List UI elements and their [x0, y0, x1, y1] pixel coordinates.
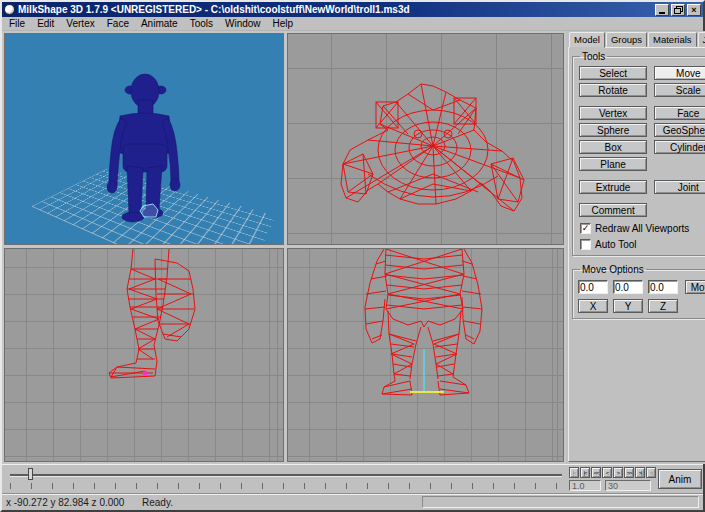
- tool-joint-button[interactable]: Joint: [654, 180, 705, 194]
- viewport-top-wireframe[interactable]: [287, 33, 564, 245]
- tab-materials[interactable]: Materials: [648, 32, 697, 47]
- auto-tool-row: Auto Tool: [580, 239, 705, 250]
- viewport-3d-perspective[interactable]: [4, 33, 284, 245]
- close-button[interactable]: ×: [687, 4, 701, 16]
- step-back-button[interactable]: <: [602, 467, 612, 478]
- main-area: Model Groups Materials Joints Tools Sele…: [2, 31, 703, 464]
- restore-icon: [674, 6, 682, 13]
- move-options-label: Move Options: [580, 264, 646, 275]
- tool-geosphere-button[interactable]: GeoSphere: [654, 123, 705, 137]
- tool-box-button[interactable]: Box: [579, 140, 647, 154]
- viewport-side-wireframe[interactable]: [4, 248, 284, 462]
- prev-keyframe-button[interactable]: |<: [580, 467, 590, 478]
- playback-controls: |< |< << < > >> >| >|: [569, 467, 656, 478]
- troll-model-shaded: [5, 34, 284, 245]
- menu-edit[interactable]: Edit: [31, 17, 60, 30]
- move-z-field[interactable]: [648, 280, 678, 294]
- tool-extrude-button[interactable]: Extrude: [579, 180, 647, 194]
- tab-joints[interactable]: Joints: [698, 32, 705, 47]
- tool-vertex-button[interactable]: Vertex: [579, 106, 647, 120]
- troll-head-wireframe: [288, 34, 564, 245]
- troll-body-wireframe: [288, 249, 564, 462]
- tool-cylinder-button[interactable]: Cylinder: [654, 140, 705, 154]
- axis-z-button[interactable]: Z: [648, 299, 678, 313]
- auto-tool-checkbox[interactable]: [580, 239, 591, 250]
- timeline-track[interactable]: [10, 474, 562, 476]
- minimize-icon: [659, 12, 665, 14]
- redraw-all-viewports-label: Redraw All Viewports: [595, 223, 689, 234]
- move-x-field[interactable]: [578, 280, 608, 294]
- window-title: MilkShape 3D 1.7.9 <UNREGISTERED> - C:\o…: [18, 4, 410, 15]
- cursor-coordinates: x -90.272 y 82.984 z 0.000: [6, 497, 124, 508]
- menu-tools[interactable]: Tools: [184, 17, 219, 30]
- fast-rewind-button[interactable]: <<: [591, 467, 601, 478]
- restore-button[interactable]: [671, 4, 685, 16]
- tool-face-button[interactable]: Face: [654, 106, 705, 120]
- tool-rotate-button[interactable]: Rotate: [579, 83, 647, 97]
- move-apply-button[interactable]: Move: [685, 280, 705, 294]
- model-tab-body: Tools Select Move Rotate Scale Vertex Fa…: [568, 47, 705, 462]
- tool-plane-button[interactable]: Plane: [579, 157, 647, 171]
- tools-groupbox-label: Tools: [580, 51, 607, 62]
- axis-y-button[interactable]: Y: [613, 299, 643, 313]
- go-last-frame-button[interactable]: >|: [646, 467, 656, 478]
- total-frames-field[interactable]: [605, 480, 651, 491]
- menu-help[interactable]: Help: [267, 17, 300, 30]
- menu-vertex[interactable]: Vertex: [60, 17, 100, 30]
- auto-tool-label: Auto Tool: [595, 239, 637, 250]
- status-right-panel: [422, 496, 699, 508]
- menu-animate[interactable]: Animate: [135, 17, 184, 30]
- viewport-grid: [2, 31, 566, 464]
- timeline-ticks: [10, 483, 562, 489]
- timeline-slider-handle[interactable]: [28, 468, 33, 480]
- tool-move-button[interactable]: Move: [654, 66, 705, 80]
- move-y-field[interactable]: [613, 280, 643, 294]
- redraw-all-viewports-checkbox[interactable]: ✓: [580, 223, 591, 234]
- status-bar: x -90.272 y 82.984 z 0.000 Ready.: [2, 493, 703, 510]
- current-frame-field[interactable]: [569, 480, 601, 491]
- minimize-button[interactable]: [655, 4, 669, 16]
- panel-tabs: Model Groups Materials Joints: [568, 32, 705, 47]
- tool-scale-button[interactable]: Scale: [654, 83, 705, 97]
- troll-legs-wireframe: [5, 249, 284, 462]
- close-icon: ×: [691, 5, 696, 15]
- tool-select-button[interactable]: Select: [579, 66, 647, 80]
- menu-face[interactable]: Face: [101, 17, 135, 30]
- frame-fields: [569, 480, 651, 491]
- side-panel: Model Groups Materials Joints Tools Sele…: [566, 31, 705, 464]
- fast-forward-button[interactable]: >>: [624, 467, 634, 478]
- status-message: Ready.: [142, 497, 173, 508]
- move-options-groupbox: Move Options Move X Y Z: [572, 264, 705, 319]
- selected-vertex-marker: [143, 371, 147, 375]
- menu-file[interactable]: File: [3, 17, 31, 30]
- menu-window[interactable]: Window: [219, 17, 267, 30]
- go-first-frame-button[interactable]: |<: [569, 467, 579, 478]
- step-forward-button[interactable]: >: [613, 467, 623, 478]
- milkshape-window: MilkShape 3D 1.7.9 <UNREGISTERED> - C:\o…: [0, 0, 705, 512]
- tool-sphere-button[interactable]: Sphere: [579, 123, 647, 137]
- title-bar[interactable]: MilkShape 3D 1.7.9 <UNREGISTERED> - C:\o…: [2, 2, 703, 17]
- anim-toggle-button[interactable]: Anim: [658, 469, 702, 489]
- axis-x-button[interactable]: X: [578, 299, 608, 313]
- next-keyframe-button[interactable]: >|: [635, 467, 645, 478]
- animation-timeline: |< |< << < > >> >| >| Anim: [2, 464, 703, 493]
- tab-model[interactable]: Model: [569, 32, 605, 48]
- redraw-all-viewports-row: ✓ Redraw All Viewports: [580, 223, 705, 234]
- menu-bar: File Edit Vertex Face Animate Tools Wind…: [2, 17, 703, 31]
- tab-groups[interactable]: Groups: [606, 32, 647, 47]
- viewport-front-wireframe[interactable]: [287, 248, 564, 462]
- milkshape-app-icon: [4, 4, 15, 15]
- tool-comment-button[interactable]: Comment: [579, 203, 647, 217]
- tools-groupbox: Tools Select Move Rotate Scale Vertex Fa…: [572, 51, 705, 256]
